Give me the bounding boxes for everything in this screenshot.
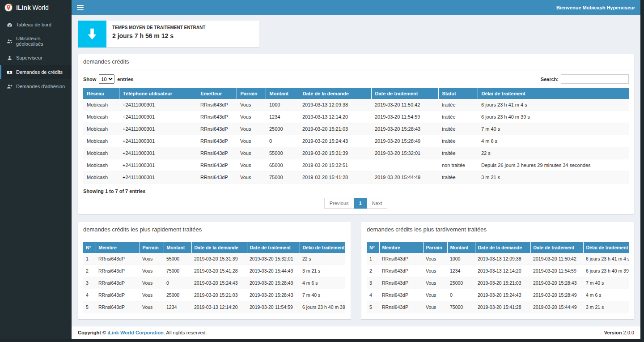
column-header[interactable]: Date de traitement	[371, 88, 438, 99]
sidebar-item-label: Demandes de crédits	[16, 69, 63, 75]
search-input[interactable]	[561, 74, 629, 84]
table-cell: 2019-03-20 11:50:42	[530, 253, 583, 265]
table-cell: 25000	[447, 277, 475, 289]
table-cell: 6 jours 23 h 40 m 39 s	[300, 301, 345, 313]
column-header[interactable]: Membre	[96, 242, 140, 253]
sidebar-item-dashboard[interactable]: Tableau de bord	[0, 17, 72, 32]
search-control: Search:	[541, 74, 629, 84]
column-header[interactable]: Date de traitement	[247, 242, 300, 253]
table-cell: 1000	[447, 253, 475, 265]
table-cell: Vous	[237, 111, 266, 123]
column-header[interactable]: Délai de traitement	[583, 242, 629, 253]
table-cell: 6 jours 23 h 41 m 4 s	[583, 253, 629, 265]
credit-requests-panel: demandes crédits Show10entries Search: R…	[78, 54, 634, 214]
table-cell: 2019-03-13 12:14:20	[475, 265, 530, 277]
slowest-requests-table: N°MembreParrainMontantDate de la demande…	[367, 242, 629, 313]
panel-body: N°MembreParrainMontantDate de la demande…	[78, 237, 351, 319]
table-cell: non traitée	[438, 159, 478, 171]
column-header[interactable]: Parrain	[140, 242, 164, 253]
pagination-previous-button[interactable]: Previous	[324, 198, 354, 209]
table-cell: Vous	[237, 147, 266, 159]
table-cell: 2019-03-20 15:28:49	[530, 289, 583, 301]
table-cell: 2	[367, 265, 379, 277]
column-header[interactable]: Emetteur	[197, 88, 237, 99]
table-cell: Vous	[423, 289, 447, 301]
table-cell: 65000	[266, 159, 299, 171]
sidebar-item-credit-requests[interactable]: Demandes de crédits	[0, 65, 72, 79]
page-length-control: Show10entries	[83, 74, 133, 84]
column-header[interactable]: Membre	[379, 242, 423, 253]
table-row: 4RRnsi643dPVous250002019-03-20 15:21:032…	[83, 289, 345, 301]
user-plus-icon	[6, 83, 13, 90]
table-cell: RRnsi643dP	[96, 277, 140, 289]
page-length-select[interactable]: 10	[99, 74, 114, 84]
sidebar-toggle-button[interactable]	[77, 5, 84, 10]
sidebar-item-geolocated-users[interactable]: Utilisateurs géolocalisés	[0, 32, 72, 51]
version-text: Version 2.0.0	[604, 330, 634, 335]
table-cell: 55000	[164, 253, 191, 265]
table-cell: Vous	[237, 99, 266, 111]
table-row: Mobicash+24111000301RRnsi643dPVous250002…	[83, 123, 629, 135]
table-cell: 2	[83, 265, 96, 277]
topbar: iLink World Bienvenue Mobicash Hypervise…	[0, 0, 640, 15]
column-header[interactable]: Délai de traitement	[478, 88, 629, 99]
table-cell: +24111000301	[119, 123, 197, 135]
sidebar-item-supervisor[interactable]: Superviseur	[0, 51, 72, 65]
table-cell: RRnsi643dP	[197, 111, 237, 123]
column-header[interactable]: Téléphone utilisateur	[119, 88, 197, 99]
table-cell: RRnsi643dP	[379, 253, 423, 265]
table-cell: 2019-03-20 15:21:03	[191, 289, 247, 301]
column-header[interactable]: Date de la demande	[475, 242, 530, 253]
column-header[interactable]: N°	[83, 242, 96, 253]
table-cell: RRnsi643dP	[379, 289, 423, 301]
table-cell: 2019-03-20 15:32:01	[247, 253, 300, 265]
column-header[interactable]: Réseau	[83, 88, 119, 99]
table-cell: 2019-03-20 11:50:42	[371, 99, 438, 111]
brand-logo[interactable]: iLink World	[0, 0, 72, 15]
table-row: Mobicash+24111000301RRnsi643dPVous650002…	[83, 159, 629, 171]
table-cell: Depuis 26 jours 3 heures 29 minutes 34 s…	[478, 159, 629, 171]
dashboard-icon	[6, 21, 13, 28]
main-content: TEMPS MOYEN DE TRAITEMENT ENTRANT 2 jour…	[72, 15, 640, 326]
infobox-label: TEMPS MOYEN DE TRAITEMENT ENTRANT	[112, 25, 205, 30]
copyright-text: Copyright © iLink World Corporation. All…	[78, 330, 207, 335]
table-cell: 2019-03-20 15:21:03	[299, 123, 371, 135]
table-cell: 0	[266, 135, 299, 147]
sidebar-item-label: Superviseur	[16, 55, 42, 60]
table-cell: 4 m 6 s	[478, 135, 629, 147]
column-header[interactable]: Date de traitement	[530, 242, 583, 253]
table-cell: 6 jours 23 h 41 m 4 s	[478, 99, 629, 111]
column-header[interactable]: Montant	[447, 242, 475, 253]
table-cell: 2019-03-20 15:41:28	[299, 171, 371, 184]
table-cell: +24111000301	[119, 159, 197, 171]
table-cell: 5	[83, 301, 96, 313]
table-cell: 75000	[164, 265, 191, 277]
column-header[interactable]: Montant	[164, 242, 191, 253]
column-header[interactable]: Montant	[266, 88, 299, 99]
welcome-message[interactable]: Bienvenue Mobicash Hyperviseur	[556, 5, 635, 10]
table-cell: 1	[367, 253, 379, 265]
sidebar-item-membership-requests[interactable]: Demandes d'adhésion	[0, 79, 72, 94]
users-location-icon	[6, 38, 13, 44]
table-cell: Vous	[140, 289, 164, 301]
column-header[interactable]: Statut	[438, 88, 478, 99]
table-cell: 25000	[164, 289, 191, 301]
table-cell: 2019-03-20 15:31:39	[191, 253, 247, 265]
column-header[interactable]: Parrain	[423, 242, 447, 253]
table-cell: 3	[83, 277, 96, 289]
table-cell: 3 m 21 s	[478, 171, 629, 184]
column-header[interactable]: Date de la demande	[191, 242, 247, 253]
column-header[interactable]: Parrain	[237, 88, 266, 99]
table-cell: 2019-03-20 15:44:49	[371, 171, 438, 184]
table-cell: traitée	[438, 99, 478, 111]
column-header[interactable]: Date de la demande	[299, 88, 371, 99]
column-header[interactable]: N°	[367, 242, 379, 253]
table-cell: RRnsi643dP	[96, 265, 140, 277]
pagination-page-1-button[interactable]: 1	[354, 198, 367, 209]
table-cell: Mobicash	[83, 147, 119, 159]
table-cell: RRnsi643dP	[96, 301, 140, 313]
pagination-next-button[interactable]: Next	[367, 198, 388, 209]
sidebar: Tableau de bord Utilisateurs géolocalisé…	[0, 15, 72, 339]
company-link[interactable]: iLink World Corporation	[107, 330, 164, 335]
column-header[interactable]: Délai de traitement	[300, 242, 345, 253]
